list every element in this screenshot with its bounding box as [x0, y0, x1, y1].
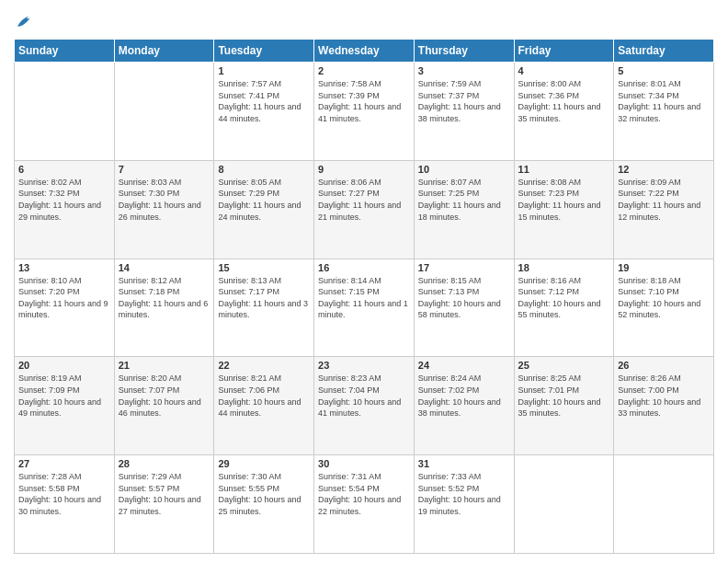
calendar-cell: 11Sunrise: 8:08 AMSunset: 7:23 PMDayligh… [514, 160, 614, 259]
logo-bird-icon [14, 13, 36, 31]
day-number: 8 [218, 164, 310, 175]
day-info: Sunrise: 8:07 AMSunset: 7:25 PMDaylight:… [418, 177, 510, 223]
day-info: Sunrise: 7:31 AMSunset: 5:54 PMDaylight:… [318, 471, 410, 517]
weekday-header-saturday: Saturday [614, 40, 714, 63]
weekday-header-monday: Monday [114, 40, 214, 63]
day-info: Sunrise: 7:30 AMSunset: 5:55 PMDaylight:… [218, 471, 310, 517]
calendar-cell: 26Sunrise: 8:26 AMSunset: 7:00 PMDayligh… [614, 357, 714, 455]
day-number: 29 [218, 458, 310, 469]
day-info: Sunrise: 7:57 AMSunset: 7:41 PMDaylight:… [218, 78, 310, 124]
calendar-cell: 10Sunrise: 8:07 AMSunset: 7:25 PMDayligh… [414, 160, 514, 259]
calendar-cell: 7Sunrise: 8:03 AMSunset: 7:30 PMDaylight… [114, 160, 214, 259]
day-number: 14 [119, 262, 210, 273]
day-number: 21 [119, 360, 210, 371]
day-info: Sunrise: 8:18 AMSunset: 7:10 PMDaylight:… [618, 275, 710, 321]
day-info: Sunrise: 7:28 AMSunset: 5:58 PMDaylight:… [18, 471, 110, 517]
weekday-header-row: SundayMondayTuesdayWednesdayThursdayFrid… [15, 40, 714, 63]
day-number: 16 [318, 262, 410, 273]
day-number: 7 [119, 164, 210, 175]
calendar-table: SundayMondayTuesdayWednesdayThursdayFrid… [14, 39, 714, 554]
day-number: 6 [18, 164, 110, 175]
calendar-cell [514, 455, 614, 554]
day-info: Sunrise: 7:29 AMSunset: 5:57 PMDaylight:… [119, 471, 210, 517]
calendar-cell: 12Sunrise: 8:09 AMSunset: 7:22 PMDayligh… [614, 160, 714, 259]
weekday-header-tuesday: Tuesday [214, 40, 314, 63]
week-row-3: 20Sunrise: 8:19 AMSunset: 7:09 PMDayligh… [15, 357, 714, 455]
calendar-cell: 29Sunrise: 7:30 AMSunset: 5:55 PMDayligh… [214, 455, 314, 554]
day-number: 19 [618, 262, 710, 273]
day-number: 11 [518, 164, 610, 175]
calendar-cell: 6Sunrise: 8:02 AMSunset: 7:32 PMDaylight… [15, 160, 115, 259]
day-info: Sunrise: 8:08 AMSunset: 7:23 PMDaylight:… [518, 177, 610, 223]
day-info: Sunrise: 8:16 AMSunset: 7:12 PMDaylight:… [518, 275, 610, 321]
day-number: 9 [318, 164, 410, 175]
day-number: 22 [218, 360, 310, 371]
week-row-1: 6Sunrise: 8:02 AMSunset: 7:32 PMDaylight… [15, 160, 714, 259]
day-number: 23 [318, 360, 410, 371]
day-info: Sunrise: 8:01 AMSunset: 7:34 PMDaylight:… [618, 78, 710, 124]
day-number: 3 [418, 65, 510, 76]
calendar-cell [114, 63, 214, 161]
day-number: 5 [618, 65, 710, 76]
day-info: Sunrise: 8:20 AMSunset: 7:07 PMDaylight:… [119, 373, 210, 419]
day-info: Sunrise: 8:03 AMSunset: 7:30 PMDaylight:… [119, 177, 210, 223]
logo [14, 13, 40, 31]
calendar-cell: 22Sunrise: 8:21 AMSunset: 7:06 PMDayligh… [214, 357, 314, 455]
day-number: 31 [418, 458, 510, 469]
day-number: 24 [418, 360, 510, 371]
calendar-cell: 17Sunrise: 8:15 AMSunset: 7:13 PMDayligh… [414, 259, 514, 357]
calendar-cell: 2Sunrise: 7:58 AMSunset: 7:39 PMDaylight… [314, 63, 415, 161]
day-number: 27 [18, 458, 110, 469]
day-number: 10 [418, 164, 510, 175]
calendar-cell: 20Sunrise: 8:19 AMSunset: 7:09 PMDayligh… [15, 357, 115, 455]
week-row-0: 1Sunrise: 7:57 AMSunset: 7:41 PMDaylight… [15, 63, 714, 161]
calendar-cell: 27Sunrise: 7:28 AMSunset: 5:58 PMDayligh… [15, 455, 115, 554]
calendar-cell [614, 455, 714, 554]
day-number: 13 [18, 262, 110, 273]
calendar-cell: 15Sunrise: 8:13 AMSunset: 7:17 PMDayligh… [214, 259, 314, 357]
day-info: Sunrise: 8:24 AMSunset: 7:02 PMDaylight:… [418, 373, 510, 419]
calendar-cell: 25Sunrise: 8:25 AMSunset: 7:01 PMDayligh… [514, 357, 614, 455]
day-info: Sunrise: 8:02 AMSunset: 7:32 PMDaylight:… [18, 177, 110, 223]
week-row-2: 13Sunrise: 8:10 AMSunset: 7:20 PMDayligh… [15, 259, 714, 357]
day-info: Sunrise: 8:23 AMSunset: 7:04 PMDaylight:… [318, 373, 410, 419]
calendar-cell: 16Sunrise: 8:14 AMSunset: 7:15 PMDayligh… [314, 259, 415, 357]
day-number: 25 [518, 360, 610, 371]
calendar-cell: 13Sunrise: 8:10 AMSunset: 7:20 PMDayligh… [15, 259, 115, 357]
calendar-cell: 19Sunrise: 8:18 AMSunset: 7:10 PMDayligh… [614, 259, 714, 357]
day-info: Sunrise: 8:09 AMSunset: 7:22 PMDaylight:… [618, 177, 710, 223]
day-number: 15 [218, 262, 310, 273]
day-number: 30 [318, 458, 410, 469]
calendar-cell: 23Sunrise: 8:23 AMSunset: 7:04 PMDayligh… [314, 357, 415, 455]
weekday-header-wednesday: Wednesday [314, 40, 415, 63]
calendar-cell: 31Sunrise: 7:33 AMSunset: 5:52 PMDayligh… [414, 455, 514, 554]
calendar-cell: 9Sunrise: 8:06 AMSunset: 7:27 PMDaylight… [314, 160, 415, 259]
day-number: 17 [418, 262, 510, 273]
day-info: Sunrise: 8:14 AMSunset: 7:15 PMDaylight:… [318, 275, 410, 321]
calendar-cell: 14Sunrise: 8:12 AMSunset: 7:18 PMDayligh… [114, 259, 214, 357]
day-info: Sunrise: 8:15 AMSunset: 7:13 PMDaylight:… [418, 275, 510, 321]
calendar-cell: 28Sunrise: 7:29 AMSunset: 5:57 PMDayligh… [114, 455, 214, 554]
day-info: Sunrise: 8:06 AMSunset: 7:27 PMDaylight:… [318, 177, 410, 223]
calendar-cell: 1Sunrise: 7:57 AMSunset: 7:41 PMDaylight… [214, 63, 314, 161]
calendar-cell: 4Sunrise: 8:00 AMSunset: 7:36 PMDaylight… [514, 63, 614, 161]
day-number: 18 [518, 262, 610, 273]
weekday-header-thursday: Thursday [414, 40, 514, 63]
calendar-cell: 5Sunrise: 8:01 AMSunset: 7:34 PMDaylight… [614, 63, 714, 161]
day-info: Sunrise: 8:26 AMSunset: 7:00 PMDaylight:… [618, 373, 710, 419]
day-info: Sunrise: 7:58 AMSunset: 7:39 PMDaylight:… [318, 78, 410, 124]
day-info: Sunrise: 8:00 AMSunset: 7:36 PMDaylight:… [518, 78, 610, 124]
day-number: 4 [518, 65, 610, 76]
calendar-cell: 18Sunrise: 8:16 AMSunset: 7:12 PMDayligh… [514, 259, 614, 357]
calendar-cell [15, 63, 115, 161]
day-number: 2 [318, 65, 410, 76]
week-row-4: 27Sunrise: 7:28 AMSunset: 5:58 PMDayligh… [15, 455, 714, 554]
weekday-header-sunday: Sunday [15, 40, 115, 63]
day-info: Sunrise: 8:05 AMSunset: 7:29 PMDaylight:… [218, 177, 310, 223]
day-info: Sunrise: 7:59 AMSunset: 7:37 PMDaylight:… [418, 78, 510, 124]
calendar-cell: 21Sunrise: 8:20 AMSunset: 7:07 PMDayligh… [114, 357, 214, 455]
day-info: Sunrise: 8:10 AMSunset: 7:20 PMDaylight:… [18, 275, 110, 321]
day-number: 28 [119, 458, 210, 469]
page: SundayMondayTuesdayWednesdayThursdayFrid… [0, 0, 728, 563]
calendar-cell: 8Sunrise: 8:05 AMSunset: 7:29 PMDaylight… [214, 160, 314, 259]
